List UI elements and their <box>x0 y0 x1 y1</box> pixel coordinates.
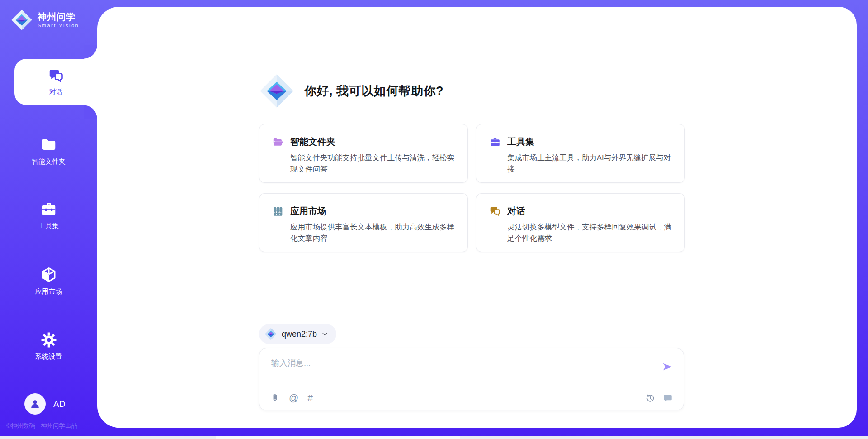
mention-icon[interactable]: @ <box>289 393 298 402</box>
chat-icon <box>489 205 501 217</box>
composer-tools-right <box>646 393 673 403</box>
horizontal-scrollbar[interactable] <box>0 436 868 439</box>
briefcase-icon <box>489 136 501 148</box>
sidebar-item-label: 对话 <box>49 88 63 96</box>
card-toolset[interactable]: 工具集 集成市场上主流工具，助力AI与外界无缝扩展与对接 <box>476 124 685 183</box>
attachment-icon[interactable] <box>270 393 280 402</box>
composer-tools-left: @ # <box>270 393 313 402</box>
model-selector[interactable]: qwen2:7b <box>259 324 336 344</box>
scrollbar-thumb[interactable] <box>216 436 460 439</box>
avatar <box>24 393 46 415</box>
message-composer: @ # <box>259 348 684 410</box>
greeting: 你好, 我可以如何帮助你? <box>259 73 443 109</box>
chat-icon <box>48 68 64 84</box>
sidebar-item-label: 应用市场 <box>35 287 62 296</box>
chat-bubble-icon[interactable] <box>663 393 673 403</box>
sidebar-item-label: 智能文件夹 <box>32 157 66 166</box>
card-title: 应用市场 <box>290 205 326 217</box>
hashtag-icon[interactable]: # <box>307 393 313 402</box>
brand-subtitle: Smart Vision <box>38 22 79 29</box>
sidebar-item-chat[interactable]: 对话 <box>14 59 97 105</box>
composer-divider <box>260 387 683 387</box>
brand-name: 神州问学 <box>38 11 79 22</box>
card-description: 集成市场上主流工具，助力AI与外界无缝扩展与对接 <box>507 152 672 175</box>
gear-icon <box>40 331 57 348</box>
sidebar-item-smart-folder[interactable]: 智能文件夹 <box>0 136 97 166</box>
sidebar-item-toolset[interactable]: 工具集 <box>0 200 97 230</box>
card-description: 智能文件夹功能支持批量文件上传与清洗，轻松实现文件问答 <box>290 152 455 175</box>
card-title: 智能文件夹 <box>290 136 335 148</box>
toolbox-icon <box>40 200 57 218</box>
grid-icon <box>272 205 284 217</box>
sidebar-item-app-market[interactable]: 应用市场 <box>0 266 97 296</box>
chevron-down-icon <box>321 331 328 338</box>
sidebar: 神州问学 Smart Vision 对话 智能文件夹 <box>0 0 97 428</box>
user-initials: AD <box>53 399 65 409</box>
copyright-footer: ©神州数码 · 神州问学出品 <box>6 422 97 430</box>
send-icon[interactable] <box>661 361 674 373</box>
model-logo-diamond-icon <box>264 328 277 340</box>
card-smart-folder[interactable]: 智能文件夹 智能文件夹功能支持批量文件上传与清洗，轻松实现文件问答 <box>259 124 468 183</box>
feature-cards: 智能文件夹 智能文件夹功能支持批量文件上传与清洗，轻松实现文件问答 <box>259 124 685 252</box>
message-input[interactable] <box>270 357 655 385</box>
history-icon[interactable] <box>646 394 655 403</box>
cube-icon <box>40 266 57 283</box>
assistant-logo-diamond-icon <box>259 73 294 109</box>
card-title: 对话 <box>507 205 525 217</box>
sidebar-item-settings[interactable]: 系统设置 <box>0 331 97 361</box>
card-title: 工具集 <box>507 136 534 148</box>
card-chat[interactable]: 对话 灵活切换多模型文件，支持多样回复效果调试，满足个性化需求 <box>476 193 685 252</box>
card-description: 应用市场提供丰富长文本模板，助力高效生成多样化文章内容 <box>290 221 455 244</box>
card-description: 灵活切换多模型文件，支持多样回复效果调试，满足个性化需求 <box>507 221 672 244</box>
brand: 神州问学 Smart Vision <box>11 9 79 31</box>
model-name: qwen2:7b <box>282 329 317 339</box>
sidebar-item-label: 工具集 <box>38 222 59 230</box>
brand-logo-diamond-icon <box>11 9 33 31</box>
main-panel: 你好, 我可以如何帮助你? 智能文件夹 智能文件夹功能支持批量文件上传与清洗，轻… <box>97 7 857 428</box>
folder-icon <box>40 136 57 153</box>
greeting-title: 你好, 我可以如何帮助你? <box>304 83 443 99</box>
user-profile[interactable]: AD <box>24 393 65 415</box>
sidebar-item-label: 系统设置 <box>35 353 62 361</box>
card-app-market[interactable]: 应用市场 应用市场提供丰富长文本模板，助力高效生成多样化文章内容 <box>259 193 468 252</box>
folder-open-icon <box>272 136 284 148</box>
